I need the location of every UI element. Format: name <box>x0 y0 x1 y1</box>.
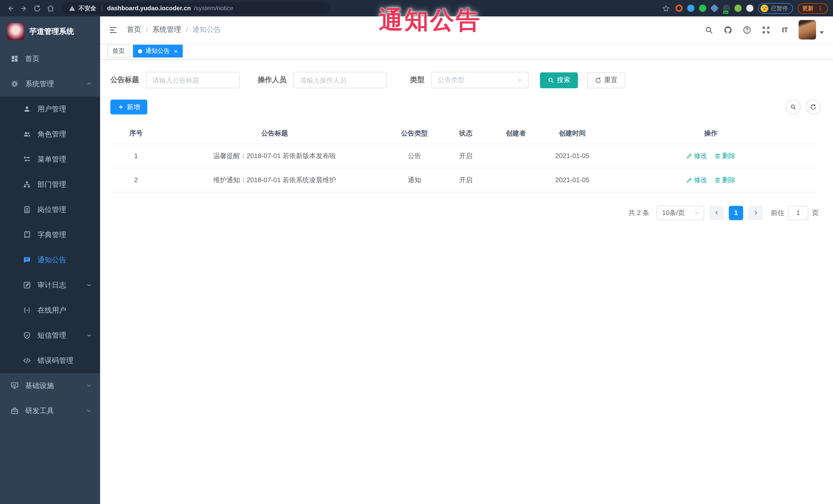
close-icon[interactable]: × <box>174 48 177 54</box>
sidebar-item[interactable]: 短信管理 <box>0 323 100 348</box>
next-page-button[interactable] <box>748 206 763 220</box>
search-button-label: 搜索 <box>557 75 570 85</box>
kebab-menu-icon[interactable] <box>817 5 823 11</box>
prev-page-button[interactable] <box>709 206 724 220</box>
page-size-select[interactable]: 10条/页 <box>657 206 704 220</box>
sidebar-item[interactable]: 在线用户 <box>0 298 100 323</box>
browser-forward-icon[interactable] <box>19 3 29 13</box>
log-icon <box>23 281 31 289</box>
browser-reload-icon[interactable] <box>32 3 42 13</box>
sidebar-item[interactable]: 菜单管理 <box>0 147 100 172</box>
reset-button[interactable]: 重置 <box>587 72 625 88</box>
sidebar-item[interactable]: 审计日志 <box>0 272 100 298</box>
green-leaf-extension-icon[interactable] <box>735 5 742 12</box>
column-header: 公告类型 <box>387 123 442 144</box>
goto-page-input[interactable] <box>788 206 808 220</box>
address-bar[interactable]: 不安全 dashboard.yudao.iocoder.cn/system/no… <box>63 2 330 15</box>
font-size-icon[interactable]: tT <box>780 25 790 35</box>
browser-update-button[interactable]: 更新 <box>798 3 828 14</box>
column-header: 创建者 <box>490 123 542 144</box>
sidebar-item-label: 在线用户 <box>38 306 92 315</box>
sidebar-item[interactable]: 通知公告 <box>0 247 100 272</box>
sidebar-item-label: 部门管理 <box>38 180 92 189</box>
notice-created: 2021-01-05 <box>542 144 603 168</box>
active-dot <box>138 49 142 53</box>
blue-drop-extension-icon[interactable] <box>687 5 694 12</box>
page-number-button[interactable]: 1 <box>729 206 743 220</box>
browser-home-icon[interactable] <box>45 3 55 13</box>
pagination: 共 2 条 10条/页 1 前往 页 <box>110 206 818 220</box>
user-menu[interactable] <box>799 20 824 40</box>
sidebar-item[interactable]: 用户管理 <box>0 96 100 122</box>
delete-link[interactable]: 删除 <box>714 151 736 160</box>
operator-filter-input[interactable] <box>293 72 387 88</box>
sidebar-item[interactable]: 研发工具 <box>0 398 100 424</box>
gear-icon <box>11 80 19 88</box>
browser-back-icon[interactable] <box>5 3 16 13</box>
edit-link[interactable]: 修改 <box>686 151 707 160</box>
toggle-search-button[interactable] <box>786 100 801 115</box>
bookmark-star-icon[interactable] <box>661 3 671 13</box>
hamburger-icon[interactable] <box>107 24 119 35</box>
chevron-up-icon <box>86 81 92 87</box>
reset-button-label: 重置 <box>604 75 617 85</box>
column-header: 序号 <box>110 123 162 144</box>
puzzle-extension-icon[interactable] <box>746 5 754 12</box>
notice-type: 公告 <box>387 144 442 168</box>
green-circle-extension-icon[interactable] <box>699 5 706 12</box>
url-host[interactable]: dashboard.yudao.iocoder.cn <box>107 5 191 12</box>
row-actions: 修改删除 <box>603 168 818 192</box>
update-label[interactable]: 更新 <box>802 4 813 12</box>
dashboard-icon <box>11 55 19 63</box>
url-path[interactable]: /system/notice <box>194 5 233 12</box>
add-button-label: 新增 <box>127 102 140 112</box>
edit-link[interactable]: 修改 <box>686 175 707 185</box>
security-warning[interactable]: 不安全 <box>78 4 96 12</box>
title-filter-input[interactable] <box>146 72 240 88</box>
add-button[interactable]: 新增 <box>110 100 147 115</box>
sidebar-item[interactable]: 岗位管理 <box>0 197 100 222</box>
sidebar-item-label: 字典管理 <box>38 230 92 239</box>
sidebar-item-label: 短信管理 <box>38 331 79 340</box>
page-size-value: 10条/页 <box>662 208 685 217</box>
user-avatar[interactable] <box>799 20 816 40</box>
orange-ring-extension-icon[interactable] <box>675 5 683 12</box>
sidebar-item[interactable]: 部门管理 <box>0 172 100 197</box>
search-icon[interactable] <box>704 25 714 35</box>
sidebar-item-label: 通知公告 <box>38 255 92 265</box>
search-button[interactable]: 搜索 <box>540 72 578 88</box>
sidebar-item[interactable]: 错误码管理 <box>0 348 100 373</box>
code-icon <box>23 357 31 364</box>
top-navbar: 首页 / 系统管理 / 通知公告 tT <box>100 17 833 43</box>
delete-link[interactable]: 删除 <box>714 175 736 185</box>
plus-icon <box>118 104 124 110</box>
delete-icon <box>714 153 721 159</box>
help-icon[interactable] <box>742 25 752 35</box>
title-filter-label: 公告标题 <box>110 75 139 85</box>
notice-status: 开启 <box>442 144 490 168</box>
tag-home[interactable]: 首页 <box>107 45 130 57</box>
sidebar-item[interactable]: 系统管理 <box>0 71 100 96</box>
sidebar-item[interactable]: 字典管理 <box>0 222 100 247</box>
tab-paused-pill[interactable]: 已暂停 <box>758 3 793 14</box>
refresh-table-button[interactable] <box>806 100 821 115</box>
type-filter-label: 类型 <box>410 75 425 85</box>
sidebar-item[interactable]: 首页 <box>0 46 100 71</box>
breadcrumb-system[interactable]: 系统管理 <box>152 25 181 34</box>
github-icon[interactable] <box>723 25 733 35</box>
table-header-row: 序号公告标题公告类型状态创建者创建时间操作 <box>110 123 818 144</box>
fullscreen-icon[interactable] <box>761 25 771 35</box>
notice-title: 维护通知：2018-07-01 若依系统凌晨维护 <box>162 168 387 192</box>
sidebar-item[interactable]: 基础设施 <box>0 373 100 398</box>
sidebar-item-label: 审计日志 <box>38 281 79 290</box>
dark-on-badge-extension-icon[interactable]: on <box>723 5 730 12</box>
on-badge: on <box>723 10 728 14</box>
type-select[interactable]: 公告类型 <box>431 72 529 88</box>
blue-diamond-extension-icon[interactable] <box>710 4 719 13</box>
notice-creator <box>490 168 542 192</box>
chevron-left-icon <box>714 210 719 216</box>
tag-notice[interactable]: 通知公告 × <box>133 45 183 57</box>
breadcrumb-home[interactable]: 首页 <box>127 25 141 34</box>
sidebar-item[interactable]: 角色管理 <box>0 122 100 147</box>
refresh-icon <box>810 104 816 110</box>
